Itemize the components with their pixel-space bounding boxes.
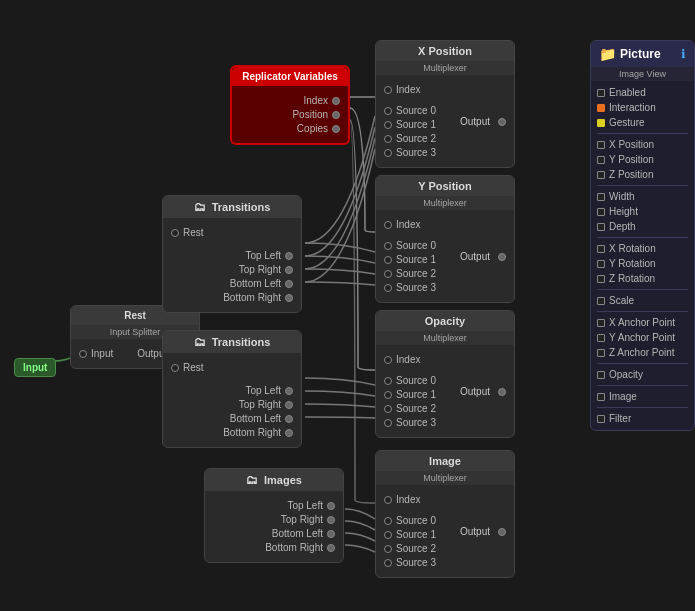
mux-opacity-src3-dot[interactable] — [384, 419, 392, 427]
mux-y-src1-dot[interactable] — [384, 256, 392, 264]
img-bottomleft-dot[interactable] — [327, 530, 335, 538]
mux-x-out-dot[interactable] — [498, 118, 506, 126]
mux-image-node[interactable]: Image Multiplexer Index Source 0 Source … — [375, 450, 515, 578]
mux-x-index: Index — [384, 84, 506, 95]
mux-opacity-src0-dot[interactable] — [384, 377, 392, 385]
mux-x-src3-dot[interactable] — [384, 149, 392, 157]
folder-icon-2: 🗂 — [194, 335, 206, 349]
topright-dot-1[interactable] — [285, 266, 293, 274]
mux-image-src3-dot[interactable] — [384, 559, 392, 567]
position-dot[interactable] — [332, 111, 340, 119]
position-label: Position — [292, 109, 328, 120]
rest-label-2: Rest — [183, 362, 204, 373]
rest-in-dot-1[interactable] — [171, 229, 179, 237]
bottomright-dot-2[interactable] — [285, 429, 293, 437]
bottomleft-label-2: Bottom Left — [230, 413, 281, 424]
bottomleft-dot-2[interactable] — [285, 415, 293, 423]
index-label: Index — [304, 95, 328, 106]
mux-image-src2: Source 2 — [384, 543, 440, 554]
mux-opacity-src1-dot[interactable] — [384, 391, 392, 399]
panel-item-zrot[interactable]: Z Rotation — [597, 271, 688, 286]
mux-image-src0-label: Source 0 — [396, 515, 436, 526]
mux-x-index-dot[interactable] — [384, 86, 392, 94]
panel-item-xpos[interactable]: X Position — [597, 137, 688, 152]
port-img-topright: Top Right — [213, 514, 335, 525]
mux-x-out-label: Output — [460, 116, 490, 127]
panel-item-ypos[interactable]: Y Position — [597, 152, 688, 167]
ypos-label: Y Position — [609, 154, 654, 165]
topleft-dot-1[interactable] — [285, 252, 293, 260]
transitions-1-node[interactable]: 🗂 Transitions Rest Top Left Top Right Bo… — [162, 195, 302, 313]
bottomright-dot-1[interactable] — [285, 294, 293, 302]
mux-image-header: Image — [376, 451, 514, 471]
port-bottomleft-1: Bottom Left — [171, 278, 293, 289]
mux-y-index-dot[interactable] — [384, 221, 392, 229]
mux-opacity-out-label: Output — [460, 386, 490, 397]
img-topleft-dot[interactable] — [327, 502, 335, 510]
replicator-variables-node[interactable]: Replicator Variables Index Position Copi… — [230, 65, 350, 145]
mux-x-src0-dot[interactable] — [384, 107, 392, 115]
mux-opacity-node[interactable]: Opacity Multiplexer Index Source 0 Sourc… — [375, 310, 515, 438]
rest-in-dot-2[interactable] — [171, 364, 179, 372]
img-bottomright-dot[interactable] — [327, 544, 335, 552]
input-in-dot[interactable] — [79, 350, 87, 358]
transitions-2-node[interactable]: 🗂 Transitions Rest Top Left Top Right Bo… — [162, 330, 302, 448]
topleft-dot-2[interactable] — [285, 387, 293, 395]
panel-item-enabled[interactable]: Enabled — [597, 85, 688, 100]
mux-y-src0-dot[interactable] — [384, 242, 392, 250]
panel-item-xrot[interactable]: X Rotation — [597, 241, 688, 256]
mux-image-out-dot[interactable] — [498, 528, 506, 536]
panel-item-xanchor[interactable]: X Anchor Point — [597, 315, 688, 330]
panel-item-height[interactable]: Height — [597, 204, 688, 219]
panel-item-width[interactable]: Width — [597, 189, 688, 204]
panel-item-scale[interactable]: Scale — [597, 293, 688, 308]
panel-item-gesture[interactable]: Gesture — [597, 115, 688, 130]
mux-image-src0-dot[interactable] — [384, 517, 392, 525]
port-img-topleft: Top Left — [213, 500, 335, 511]
panel-item-zanchor[interactable]: Z Anchor Point — [597, 345, 688, 360]
panel-item-zpos[interactable]: Z Position — [597, 167, 688, 182]
mux-x-index-label: Index — [396, 84, 420, 95]
panel-item-opacity[interactable]: Opacity — [597, 367, 688, 382]
panel-item-interaction[interactable]: Interaction — [597, 100, 688, 115]
bottomleft-label-1: Bottom Left — [230, 278, 281, 289]
xanchor-label: X Anchor Point — [609, 317, 675, 328]
img-topleft-label: Top Left — [287, 500, 323, 511]
mux-image-body: Index Source 0 Source 1 Source 2 — [376, 485, 514, 577]
mux-x-src2-dot[interactable] — [384, 135, 392, 143]
mux-image-src1-dot[interactable] — [384, 531, 392, 539]
info-icon[interactable]: ℹ — [681, 47, 686, 61]
width-dot — [597, 193, 605, 201]
index-dot[interactable] — [332, 97, 340, 105]
panel-item-depth[interactable]: Depth — [597, 219, 688, 234]
copies-dot[interactable] — [332, 125, 340, 133]
mux-y-src2-dot[interactable] — [384, 270, 392, 278]
picture-panel-subtitle: Image View — [591, 67, 694, 81]
divider-2 — [597, 185, 688, 186]
panel-item-yrot[interactable]: Y Rotation — [597, 256, 688, 271]
mux-opacity-index-dot[interactable] — [384, 356, 392, 364]
bottomleft-dot-1[interactable] — [285, 280, 293, 288]
mux-x-src1: Source 1 — [384, 119, 440, 130]
gesture-label: Gesture — [609, 117, 645, 128]
transitions-1-title: Transitions — [212, 201, 271, 213]
mux-y-src3-dot[interactable] — [384, 284, 392, 292]
mux-image-index-dot[interactable] — [384, 496, 392, 504]
images-node[interactable]: 🗂 Images Top Left Top Right Bottom Left … — [204, 468, 344, 563]
mux-y-out-dot[interactable] — [498, 253, 506, 261]
xrot-label: X Rotation — [609, 243, 656, 254]
mux-opacity-src2-dot[interactable] — [384, 405, 392, 413]
mux-opacity-out-dot[interactable] — [498, 388, 506, 396]
divider-7 — [597, 385, 688, 386]
mux-x-node[interactable]: X Position Multiplexer Index Source 0 So… — [375, 40, 515, 168]
panel-item-image[interactable]: Image — [597, 389, 688, 404]
panel-item-yanchor[interactable]: Y Anchor Point — [597, 330, 688, 345]
topright-dot-2[interactable] — [285, 401, 293, 409]
mux-y-src1: Source 1 — [384, 254, 440, 265]
mux-y-src3: Source 3 — [384, 282, 440, 293]
mux-y-node[interactable]: Y Position Multiplexer Index Source 0 So… — [375, 175, 515, 303]
mux-image-src2-dot[interactable] — [384, 545, 392, 553]
mux-x-src1-dot[interactable] — [384, 121, 392, 129]
panel-item-filter[interactable]: Filter — [597, 411, 688, 426]
img-topright-dot[interactable] — [327, 516, 335, 524]
